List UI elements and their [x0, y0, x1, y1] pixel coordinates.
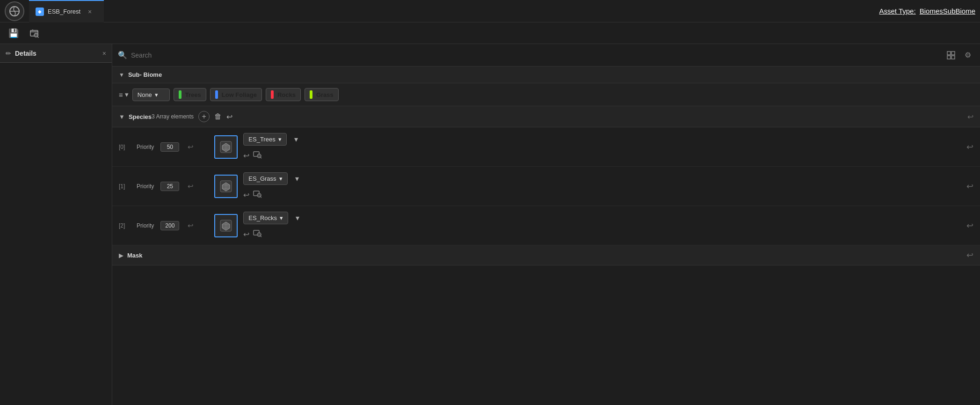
row-1-end-reset-button[interactable]: ↩: [966, 181, 973, 191]
row-2-reset-button[interactable]: ↩: [188, 221, 194, 230]
tab-title: ESB_Forest: [48, 8, 80, 15]
delete-array-element-button[interactable]: 🗑: [214, 112, 222, 121]
chip-trees-label: Trees: [185, 91, 201, 98]
svg-line-23: [261, 236, 261, 237]
row-0-priority-value[interactable]: 50: [160, 142, 179, 152]
search-input[interactable]: [131, 52, 941, 59]
species-row-1: [1] Priority 25 ↩: [112, 167, 980, 206]
trees-color-swatch: [179, 90, 181, 99]
tab-blueprint-icon: [36, 7, 44, 16]
asset-type-label: Asset Type:: [879, 7, 915, 15]
rocks-color-swatch: [271, 90, 274, 99]
row-0-expand-button[interactable]: ▾: [294, 135, 298, 144]
chip-grass-label: Grass: [316, 91, 334, 98]
row-0-asset-thumbnail: [214, 135, 238, 159]
pencil-icon: ✏: [6, 50, 11, 57]
search-actions: ⚙: [944, 49, 974, 62]
row-2-expand-button[interactable]: ▾: [296, 214, 299, 222]
mask-chevron-icon[interactable]: ▶: [119, 252, 123, 259]
grass-color-swatch: [310, 90, 312, 99]
species-title: Species: [129, 113, 152, 120]
row-1-index: [1]: [119, 183, 130, 190]
sub-biome-section-header[interactable]: ▼ Sub- Biome: [112, 66, 980, 83]
row-1-expand-button[interactable]: ▾: [295, 174, 299, 183]
mask-reset-button[interactable]: ↩: [966, 250, 973, 260]
row-0-priority-label: Priority: [137, 144, 154, 150]
filter-lines-icon[interactable]: ≡: [119, 91, 123, 99]
save-button[interactable]: 💾: [6, 25, 22, 41]
row-0-navigate-icon[interactable]: ↩: [243, 151, 249, 160]
filter-chevron-icon[interactable]: ▾: [125, 90, 129, 99]
main-area: 🔍 ⚙ ▼ Sub- Biome: [112, 44, 980, 405]
chip-grass[interactable]: Grass: [305, 88, 339, 101]
mask-section-header: ▶ Mask ↩: [112, 245, 980, 265]
filter-none-chevron: ▾: [155, 91, 158, 98]
add-array-element-button[interactable]: +: [198, 111, 210, 122]
species-end-reset-button[interactable]: ↩: [967, 112, 973, 121]
asset-type: Asset Type: BiomesSubBiome: [879, 7, 975, 15]
row-0-reset-button[interactable]: ↩: [188, 143, 194, 151]
sub-biome-title: Sub- Biome: [128, 71, 162, 78]
row-2-navigate-icon[interactable]: ↩: [243, 230, 249, 239]
browse-button[interactable]: [26, 25, 42, 41]
row-2-browse-icon[interactable]: [253, 229, 261, 239]
row-1-asset-name-button[interactable]: ES_Grass ▾: [243, 172, 287, 185]
search-icon: 🔍: [118, 51, 127, 59]
settings-icon[interactable]: ⚙: [961, 49, 974, 62]
panel-title: Details: [15, 50, 99, 57]
tab-esb-forest[interactable]: ESB_Forest ×: [29, 0, 104, 22]
row-0-end-reset-button[interactable]: ↩: [966, 142, 973, 152]
panel-close-button[interactable]: ×: [102, 50, 106, 57]
row-2-end-reset-button[interactable]: ↩: [966, 221, 973, 231]
species-row-0: [0] Priority 50 ↩: [112, 127, 980, 167]
chip-rocks-label: Rocks: [277, 91, 296, 98]
row-1-priority-value[interactable]: 25: [160, 182, 179, 191]
filter-bar: ≡ ▾ None ▾ Trees Low Foliage: [112, 83, 980, 106]
row-1-navigate-icon[interactable]: ↩: [243, 191, 249, 199]
chip-rocks[interactable]: Rocks: [266, 88, 301, 101]
filter-none-label: None: [138, 91, 152, 98]
table-view-icon[interactable]: [944, 49, 958, 62]
row-0-asset-actions: ↩: [243, 150, 298, 161]
reset-species-button[interactable]: ↩: [226, 112, 232, 121]
row-1-priority-label: Priority: [137, 183, 154, 190]
row-0-asset-dropdown-icon: ▾: [278, 136, 282, 143]
filter-icon-group: ≡ ▾: [119, 90, 129, 99]
species-chevron-icon[interactable]: ▼: [119, 113, 125, 120]
properties: ▼ Sub- Biome ≡ ▾ None ▾ Trees: [112, 66, 980, 405]
logo: [5, 1, 24, 21]
svg-line-18: [261, 197, 261, 198]
svg-rect-6: [951, 52, 955, 55]
content: ✏ Details × 🔍 ⚙: [0, 44, 980, 405]
chip-trees[interactable]: Trees: [174, 88, 206, 101]
row-1-asset-thumbnail: [214, 175, 238, 198]
row-0-asset-name-button[interactable]: ES_Trees ▾: [243, 133, 286, 146]
species-row-2: [2] Priority 200 ↩: [112, 206, 980, 245]
row-2-priority-value[interactable]: 200: [160, 221, 179, 230]
row-2-asset-name: ES_Rocks: [248, 214, 277, 221]
panel-header: ✏ Details ×: [0, 44, 112, 63]
low-foliage-color-swatch: [215, 90, 218, 99]
array-count-label: 3 Array elements: [152, 113, 194, 120]
row-2-asset-name-button[interactable]: ES_Rocks ▾: [243, 212, 288, 224]
row-2-asset-thumbnail: [214, 214, 238, 237]
svg-rect-8: [951, 56, 955, 59]
search-bar: 🔍 ⚙: [112, 44, 980, 66]
chip-low-foliage-label: Low Foliage: [222, 91, 257, 98]
filter-none-dropdown[interactable]: None ▾: [132, 88, 170, 101]
top-bar: ESB_Forest × Asset Type: BiomesSubBiome: [0, 0, 980, 22]
row-2-index: [2]: [119, 222, 130, 229]
svg-rect-7: [947, 56, 951, 59]
row-1-asset-actions: ↩: [243, 190, 298, 200]
chip-low-foliage[interactable]: Low Foliage: [210, 88, 262, 101]
svg-rect-5: [947, 52, 951, 55]
row-1-browse-icon[interactable]: [253, 190, 261, 200]
row-2-asset-actions: ↩: [243, 229, 299, 239]
row-0-browse-icon[interactable]: [253, 150, 261, 161]
row-0-asset-name: ES_Trees: [248, 136, 275, 143]
asset-type-value[interactable]: BiomesSubBiome: [920, 7, 975, 15]
tab-close-button[interactable]: ×: [88, 8, 92, 15]
species-section-header: ▼ Species 3 Array elements + 🗑 ↩ ↩: [112, 106, 980, 127]
row-1-reset-button[interactable]: ↩: [188, 182, 194, 191]
row-1-asset-dropdown-icon: ▾: [279, 175, 283, 182]
